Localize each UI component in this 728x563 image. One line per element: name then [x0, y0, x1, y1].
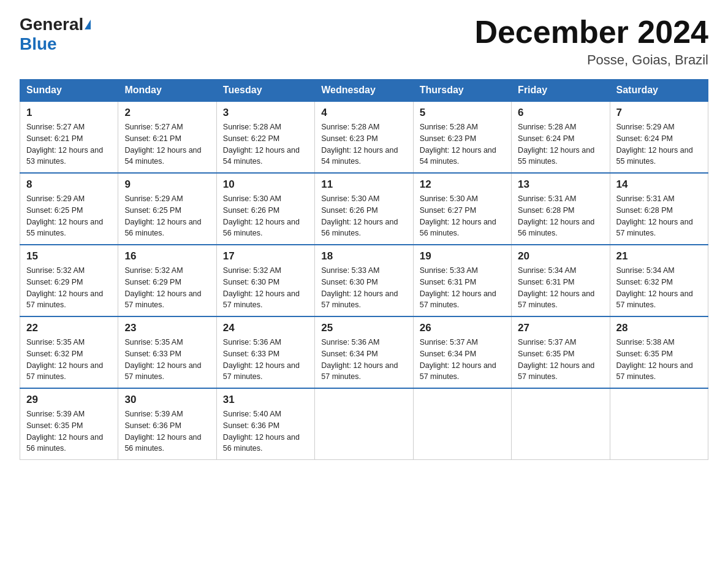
logo: General Blue: [20, 15, 91, 54]
day-info: Sunrise: 5:29 AMSunset: 6:25 PMDaylight:…: [124, 194, 201, 237]
day-info: Sunrise: 5:30 AMSunset: 6:26 PMDaylight:…: [223, 194, 300, 237]
day-number: 5: [420, 107, 505, 119]
calendar-cell: 25 Sunrise: 5:36 AMSunset: 6:34 PMDaylig…: [315, 316, 413, 388]
day-number: 21: [616, 250, 702, 262]
day-number: 16: [124, 250, 210, 262]
day-info: Sunrise: 5:39 AMSunset: 6:36 PMDaylight:…: [124, 410, 201, 453]
calendar-cell: 13 Sunrise: 5:31 AMSunset: 6:28 PMDaylig…: [512, 173, 610, 245]
calendar-week-row: 1 Sunrise: 5:27 AMSunset: 6:21 PMDayligh…: [20, 101, 708, 173]
day-info: Sunrise: 5:36 AMSunset: 6:34 PMDaylight:…: [321, 338, 398, 381]
day-number: 17: [223, 250, 308, 262]
header-friday: Friday: [512, 80, 610, 102]
day-info: Sunrise: 5:29 AMSunset: 6:24 PMDaylight:…: [616, 123, 693, 166]
calendar-cell: 10 Sunrise: 5:30 AMSunset: 6:26 PMDaylig…: [216, 173, 314, 245]
calendar-cell: 19 Sunrise: 5:33 AMSunset: 6:31 PMDaylig…: [413, 245, 511, 316]
calendar-cell: [610, 388, 708, 460]
day-number: 19: [420, 250, 505, 262]
day-number: 28: [616, 322, 702, 334]
day-number: 7: [616, 107, 702, 119]
day-info: Sunrise: 5:40 AMSunset: 6:36 PMDaylight:…: [223, 410, 300, 453]
calendar-cell: [413, 388, 511, 460]
day-info: Sunrise: 5:28 AMSunset: 6:24 PMDaylight:…: [518, 123, 594, 166]
calendar-cell: 31 Sunrise: 5:40 AMSunset: 6:36 PMDaylig…: [216, 388, 314, 460]
calendar-cell: 8 Sunrise: 5:29 AMSunset: 6:25 PMDayligh…: [20, 173, 118, 245]
day-info: Sunrise: 5:34 AMSunset: 6:31 PMDaylight:…: [518, 266, 594, 309]
day-number: 22: [26, 322, 112, 334]
calendar-cell: 24 Sunrise: 5:36 AMSunset: 6:33 PMDaylig…: [216, 316, 314, 388]
calendar-cell: 26 Sunrise: 5:37 AMSunset: 6:34 PMDaylig…: [413, 316, 511, 388]
day-info: Sunrise: 5:30 AMSunset: 6:27 PMDaylight:…: [420, 194, 496, 237]
day-number: 23: [124, 322, 210, 334]
calendar-cell: 21 Sunrise: 5:34 AMSunset: 6:32 PMDaylig…: [610, 245, 708, 316]
calendar-week-row: 22 Sunrise: 5:35 AMSunset: 6:32 PMDaylig…: [20, 316, 708, 388]
header-wednesday: Wednesday: [315, 80, 413, 102]
calendar-cell: 6 Sunrise: 5:28 AMSunset: 6:24 PMDayligh…: [512, 101, 610, 173]
day-info: Sunrise: 5:32 AMSunset: 6:30 PMDaylight:…: [223, 266, 300, 309]
day-info: Sunrise: 5:33 AMSunset: 6:30 PMDaylight:…: [321, 266, 398, 309]
calendar-header-row: SundayMondayTuesdayWednesdayThursdayFrid…: [20, 80, 708, 102]
calendar-cell: 12 Sunrise: 5:30 AMSunset: 6:27 PMDaylig…: [413, 173, 511, 245]
day-number: 25: [321, 322, 406, 334]
logo-triangle-icon: [85, 20, 91, 29]
header-thursday: Thursday: [413, 80, 511, 102]
calendar-cell: 2 Sunrise: 5:27 AMSunset: 6:21 PMDayligh…: [118, 101, 216, 173]
day-number: 18: [321, 250, 406, 262]
month-title: December 2024: [474, 15, 708, 50]
day-info: Sunrise: 5:37 AMSunset: 6:34 PMDaylight:…: [420, 338, 496, 381]
header-sunday: Sunday: [20, 80, 118, 102]
day-number: 2: [124, 107, 210, 119]
logo-blue-text: Blue: [20, 34, 57, 54]
page-header: General Blue December 2024 Posse, Goias,…: [20, 15, 708, 68]
day-info: Sunrise: 5:37 AMSunset: 6:35 PMDaylight:…: [518, 338, 594, 381]
calendar-cell: [512, 388, 610, 460]
day-info: Sunrise: 5:28 AMSunset: 6:23 PMDaylight:…: [420, 123, 496, 166]
day-number: 9: [124, 178, 210, 191]
day-number: 15: [26, 250, 112, 262]
day-number: 12: [420, 178, 505, 191]
header-monday: Monday: [118, 80, 216, 102]
day-info: Sunrise: 5:35 AMSunset: 6:32 PMDaylight:…: [26, 338, 103, 381]
header-tuesday: Tuesday: [216, 80, 314, 102]
calendar-cell: 7 Sunrise: 5:29 AMSunset: 6:24 PMDayligh…: [610, 101, 708, 173]
day-number: 3: [223, 107, 308, 119]
calendar-cell: 17 Sunrise: 5:32 AMSunset: 6:30 PMDaylig…: [216, 245, 314, 316]
day-number: 1: [26, 107, 112, 119]
calendar-cell: 5 Sunrise: 5:28 AMSunset: 6:23 PMDayligh…: [413, 101, 511, 173]
day-number: 31: [223, 394, 308, 406]
calendar-cell: 30 Sunrise: 5:39 AMSunset: 6:36 PMDaylig…: [118, 388, 216, 460]
day-number: 26: [420, 322, 505, 334]
calendar-table: SundayMondayTuesdayWednesdayThursdayFrid…: [20, 79, 708, 460]
calendar-cell: 4 Sunrise: 5:28 AMSunset: 6:23 PMDayligh…: [315, 101, 413, 173]
day-number: 27: [518, 322, 603, 334]
day-number: 20: [518, 250, 603, 262]
calendar-cell: 18 Sunrise: 5:33 AMSunset: 6:30 PMDaylig…: [315, 245, 413, 316]
calendar-week-row: 8 Sunrise: 5:29 AMSunset: 6:25 PMDayligh…: [20, 173, 708, 245]
day-info: Sunrise: 5:27 AMSunset: 6:21 PMDaylight:…: [26, 123, 103, 166]
day-number: 10: [223, 178, 308, 191]
day-info: Sunrise: 5:33 AMSunset: 6:31 PMDaylight:…: [420, 266, 496, 309]
calendar-cell: 9 Sunrise: 5:29 AMSunset: 6:25 PMDayligh…: [118, 173, 216, 245]
calendar-cell: 14 Sunrise: 5:31 AMSunset: 6:28 PMDaylig…: [610, 173, 708, 245]
calendar-cell: 1 Sunrise: 5:27 AMSunset: 6:21 PMDayligh…: [20, 101, 118, 173]
header-saturday: Saturday: [610, 80, 708, 102]
logo-general-text: General: [20, 15, 83, 34]
day-number: 11: [321, 178, 406, 191]
calendar-cell: 28 Sunrise: 5:38 AMSunset: 6:35 PMDaylig…: [610, 316, 708, 388]
day-info: Sunrise: 5:30 AMSunset: 6:26 PMDaylight:…: [321, 194, 398, 237]
day-info: Sunrise: 5:39 AMSunset: 6:35 PMDaylight:…: [26, 410, 103, 453]
day-info: Sunrise: 5:32 AMSunset: 6:29 PMDaylight:…: [124, 266, 201, 309]
day-info: Sunrise: 5:38 AMSunset: 6:35 PMDaylight:…: [616, 338, 693, 381]
title-area: December 2024 Posse, Goias, Brazil: [474, 15, 708, 68]
day-info: Sunrise: 5:31 AMSunset: 6:28 PMDaylight:…: [616, 194, 693, 237]
day-number: 8: [26, 178, 112, 191]
calendar-cell: 15 Sunrise: 5:32 AMSunset: 6:29 PMDaylig…: [20, 245, 118, 316]
calendar-cell: 20 Sunrise: 5:34 AMSunset: 6:31 PMDaylig…: [512, 245, 610, 316]
day-info: Sunrise: 5:27 AMSunset: 6:21 PMDaylight:…: [124, 123, 201, 166]
calendar-cell: 3 Sunrise: 5:28 AMSunset: 6:22 PMDayligh…: [216, 101, 314, 173]
day-info: Sunrise: 5:35 AMSunset: 6:33 PMDaylight:…: [124, 338, 201, 381]
day-number: 4: [321, 107, 406, 119]
day-number: 29: [26, 394, 112, 406]
day-number: 13: [518, 178, 603, 191]
day-info: Sunrise: 5:29 AMSunset: 6:25 PMDaylight:…: [26, 194, 103, 237]
calendar-week-row: 29 Sunrise: 5:39 AMSunset: 6:35 PMDaylig…: [20, 388, 708, 460]
